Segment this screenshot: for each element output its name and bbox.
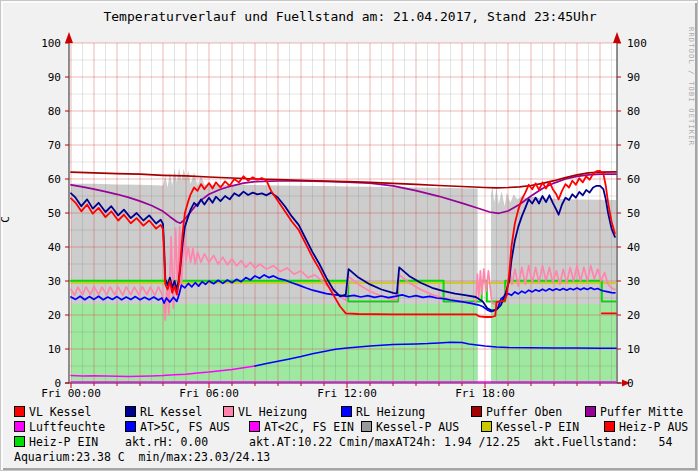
legend-text-aquarium-23-38-c-min-max-23-03-24-13: Aquarium:23.38 C min/max:23.03/24.13	[14, 450, 270, 464]
legend-item-at-2c-fs-ein: AT<2C, FS EIN	[249, 420, 354, 434]
y-tick-label-right: 70	[627, 139, 640, 152]
y-tick-label-left: 100	[41, 37, 61, 50]
chart-canvas: 0010102020303040405050606070708080909010…	[1, 1, 698, 401]
legend-text-akt-rh-0-00: akt.rH: 0.00	[125, 435, 208, 449]
y-tick-label-right: 50	[627, 207, 640, 220]
legend-swatch-puffer-oben	[471, 406, 482, 417]
legend-item-puffer-oben: Puffer Oben	[471, 405, 562, 419]
legend-swatch-at-2c-fs-ein	[249, 421, 260, 432]
y-tick-label-left: 30	[48, 275, 61, 288]
y-axis-arrow-left	[65, 32, 73, 43]
y-tick-label-right: 20	[627, 309, 640, 322]
x-tick-label: Fri 00:00	[41, 387, 101, 400]
legend-item-at-5c-fs-aus: AT>5C, FS AUS	[125, 420, 230, 434]
legend-swatch-rl-heizung	[341, 406, 352, 417]
y-axis-arrow-right	[613, 32, 621, 43]
y-tick-label-left: 90	[48, 71, 61, 84]
x-tick-label: Fri 06:00	[179, 387, 239, 400]
grid	[69, 43, 617, 383]
legend-text-min-maxat24h-1-94-12-25: min/maxAT24h: 1.94 /12.25	[347, 435, 520, 449]
legend-item-puffer-mitte: Puffer Mitte	[585, 405, 683, 419]
legend-text-akt-at-10-22-c: akt.AT:10.22 C	[249, 435, 346, 449]
y-tick-label-left: 50	[48, 207, 61, 220]
y-tick-label-right: 100	[627, 37, 647, 50]
y-tick-label-left: 70	[48, 139, 61, 152]
x-tick-label: Fri 12:00	[317, 387, 377, 400]
y-tick-label-right: 30	[627, 275, 640, 288]
y-tick-label-right: 60	[627, 173, 640, 186]
legend-text-akt-fuellstand-54: akt.Fuellstand: 54	[534, 435, 672, 449]
x-tick-label: Fri 18:00	[455, 387, 515, 400]
y-tick-label-left: 10	[48, 343, 61, 356]
legend-swatch-kessel-p-ein	[481, 421, 492, 432]
y-tick-label-right: 90	[627, 71, 640, 84]
legend-item-heiz-p-aus: Heiz-P AUS	[604, 420, 688, 434]
legend-swatch-kessel-p-aus	[361, 421, 372, 432]
legend-item-rl-kessel: RL Kessel	[125, 405, 202, 419]
legend-swatch-vl-heizung	[223, 406, 234, 417]
y-tick-label-left: 80	[48, 105, 61, 118]
rrd-graph-panel: Temperaturverlauf und Fuellstand am: 21.…	[0, 0, 698, 471]
y-tick-label-left: 60	[48, 173, 61, 186]
legend-row-4: Aquarium:23.38 C min/max:23.03/24.13	[1, 450, 698, 464]
legend-item-kessel-p-aus: Kessel-P AUS	[361, 420, 459, 434]
y-tick-label-right: 40	[627, 241, 640, 254]
legend-swatch-vl-kessel	[14, 406, 25, 417]
y-tick-label-right: 80	[627, 105, 640, 118]
legend-swatch-puffer-mitte	[585, 406, 596, 417]
y-tick-label-left: 40	[48, 241, 61, 254]
legend-item-vl-kessel: VL Kessel	[14, 405, 91, 419]
legend-swatch-at-5c-fs-aus	[125, 421, 136, 432]
legend-row-3: Heiz-P EINakt.rH: 0.00akt.AT:10.22 Cmin/…	[1, 435, 698, 449]
legend-item-heiz-p-ein: Heiz-P EIN	[14, 435, 98, 449]
legend-swatch-heiz-p-aus	[604, 421, 615, 432]
y-tick-label-right: 0	[627, 377, 634, 390]
legend-swatch-heiz-p-ein	[14, 436, 25, 447]
legend-item-vl-heizung: VL Heizung	[223, 405, 307, 419]
legend-item-luftfeuchte: Luftfeuchte	[14, 420, 105, 434]
rrdtool-watermark: RRDTOOL / TOBI OETIKER	[687, 27, 695, 146]
legend-swatch-rl-kessel	[125, 406, 136, 417]
y-tick-label-left: 20	[48, 309, 61, 322]
legend-row-1: VL KesselRL KesselVL HeizungRL HeizungPu…	[1, 405, 698, 419]
y-tick-label-right: 10	[627, 343, 640, 356]
legend-item-rl-heizung: RL Heizung	[341, 405, 425, 419]
legend-item-kessel-p-ein: Kessel-P EIN	[481, 420, 579, 434]
legend-row-2: LuftfeuchteAT>5C, FS AUSAT<2C, FS EINKes…	[1, 420, 698, 434]
legend-swatch-luftfeuchte	[14, 421, 25, 432]
